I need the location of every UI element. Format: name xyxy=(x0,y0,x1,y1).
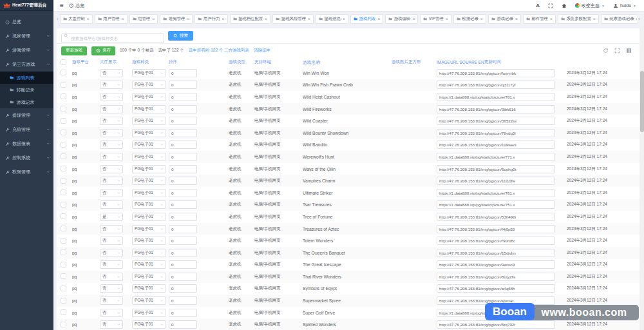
refresh-icon[interactable] xyxy=(603,48,609,53)
image-url-input[interactable]: https://1.data888.vip/pg/static/picture/… xyxy=(437,93,555,101)
sidebar-item-recharge-mgmt[interactable]: 充值管理 xyxy=(0,122,53,137)
game-category-select[interactable]: PG电子01 xyxy=(132,309,166,317)
lobby-display-select[interactable]: 否 xyxy=(100,200,123,209)
game-category-select[interactable]: PG电子01 xyxy=(132,129,166,137)
game-category-select[interactable]: PG电子01 xyxy=(132,177,166,185)
tab-close-icon[interactable]: × xyxy=(87,17,90,21)
lobby-display-select[interactable]: 否 xyxy=(100,309,123,317)
game-category-select[interactable]: PG电子01 xyxy=(132,141,166,149)
sidebar-item-overview[interactable]: 总览 xyxy=(0,15,53,29)
vertical-scrollbar[interactable] xyxy=(640,28,644,330)
tab-game-records[interactable]: 游戏记录× xyxy=(488,14,521,24)
image-url-input[interactable]: http://47.76.208.153:81/img/pgicon/9wmc0… xyxy=(437,260,555,269)
row-checkbox[interactable] xyxy=(61,153,66,159)
game-category-select[interactable]: PG电子01 xyxy=(132,189,166,197)
tab-close-icon[interactable]: × xyxy=(152,17,155,21)
lobby-display-select[interactable]: 否 xyxy=(100,249,123,257)
sort-input[interactable]: 0 xyxy=(169,225,197,233)
game-category-select[interactable]: PG电子01 xyxy=(132,296,166,305)
row-checkbox[interactable] xyxy=(61,226,66,231)
image-url-input[interactable]: http://47.76.208.153:81/img/pgicon/3ibk6… xyxy=(437,105,555,113)
column-header-image-url[interactable]: IMAGEURL SQUARE EN xyxy=(437,60,484,64)
sort-input[interactable]: 0 xyxy=(169,320,197,329)
game-category-select[interactable]: PG电子01 xyxy=(132,273,166,281)
sort-input[interactable]: 0 xyxy=(169,105,197,113)
row-checkbox[interactable] xyxy=(61,202,66,208)
image-url-input[interactable]: http://47.76.208.153:81/img/pgicon/1x9we… xyxy=(437,141,555,149)
tab-close-icon[interactable]: × xyxy=(480,17,483,21)
sidebar-item-control-system[interactable]: 控制系统 xyxy=(0,151,53,165)
tab-close-icon[interactable]: × xyxy=(550,17,553,21)
sort-input[interactable]: 0 xyxy=(169,260,197,269)
row-checkbox[interactable] xyxy=(61,82,66,88)
tab-close-icon[interactable]: × xyxy=(412,17,415,21)
save-button[interactable]: 保存 xyxy=(91,46,115,55)
tab-close-icon[interactable]: × xyxy=(377,17,380,21)
sort-input[interactable]: 0 xyxy=(169,141,197,149)
sort-input[interactable]: 0 xyxy=(169,296,197,305)
row-checkbox[interactable] xyxy=(61,322,66,327)
tab-vip-mgmt[interactable]: VIP管理× xyxy=(420,14,451,24)
game-category-select[interactable]: PG电子01 xyxy=(132,153,166,161)
tab-group-mgmt[interactable]: 组管理× xyxy=(129,14,158,24)
fullscreen-icon[interactable] xyxy=(548,3,553,8)
tab-withdraw-tier-config[interactable]: 提现档位配置× xyxy=(230,14,271,24)
lobby-display-select[interactable]: 否 xyxy=(100,225,123,233)
column-header-name[interactable]: 游戏名称 xyxy=(303,59,392,66)
column-header-sort[interactable]: 排序 xyxy=(169,59,229,65)
tab-dashboard-control[interactable]: 大盘控制× xyxy=(60,14,93,24)
sort-input[interactable]: 0 xyxy=(169,200,197,209)
game-category-select[interactable]: PG电子01 xyxy=(132,260,166,269)
sidebar-item-game-list[interactable]: 游戏列表 xyxy=(0,72,53,84)
tab-check-records[interactable]: 检测记录× xyxy=(453,14,486,24)
column-header-updated[interactable]: 更新时间 xyxy=(484,59,639,65)
row-checkbox[interactable] xyxy=(61,213,66,219)
lobby-display-select[interactable]: 否 xyxy=(100,177,123,185)
sort-input[interactable]: 0 xyxy=(169,237,197,245)
sidebar-item-data-reports[interactable]: 数据报表 xyxy=(0,137,53,151)
lobby-display-select[interactable]: 否 xyxy=(100,153,123,161)
game-category-select[interactable]: PG电子01 xyxy=(132,200,166,209)
search-button[interactable]: 搜索 xyxy=(168,31,193,41)
image-url-input[interactable]: https://1.data888.vip/pg/static/picture/… xyxy=(437,189,555,197)
language-button[interactable]: A xyxy=(536,3,540,8)
column-header-lobby[interactable]: 大厅显示 xyxy=(100,59,132,65)
sort-input[interactable]: 0 xyxy=(169,117,197,125)
row-checkbox[interactable] xyxy=(61,70,66,75)
lobby-display-select[interactable]: 否 xyxy=(100,117,123,125)
sidebar-item-permission-mgmt[interactable]: 权限管理 xyxy=(0,165,53,179)
tab-withdraw-info[interactable]: 提现信息× xyxy=(316,14,348,24)
scrollbar-thumb[interactable] xyxy=(640,71,644,132)
lobby-display-select[interactable]: 否 xyxy=(100,260,123,269)
sort-input[interactable]: 0 xyxy=(169,273,197,281)
sidebar-item-game-mgmt[interactable]: 游戏管理 xyxy=(0,43,53,57)
row-checkbox[interactable] xyxy=(61,249,66,255)
lobby-display-select[interactable]: 否 xyxy=(100,237,123,245)
tab-close-icon[interactable]: × xyxy=(343,17,345,21)
tabs-scroll-right-icon[interactable]: › xyxy=(637,16,641,22)
sort-input[interactable]: 0 xyxy=(169,309,197,317)
lobby-display-select[interactable]: 是 xyxy=(100,213,123,221)
column-header-image[interactable]: 游戏图片正方形 xyxy=(392,59,437,65)
row-checkbox[interactable] xyxy=(61,286,66,291)
game-category-select[interactable]: PG电子01 xyxy=(132,93,166,101)
theme-switcher[interactable]: 改变主题 ▼ xyxy=(575,3,605,9)
sort-input[interactable]: 0 xyxy=(169,284,197,293)
tab-user-mgmt[interactable]: 用户管理× xyxy=(95,14,128,24)
update-games-button[interactable]: 更新游戏 xyxy=(61,46,87,55)
sort-input[interactable]: 0 xyxy=(169,129,197,137)
game-category-select[interactable]: PG电子01 xyxy=(132,237,166,245)
game-category-select[interactable]: PG电子01 xyxy=(132,117,166,125)
row-checkbox[interactable] xyxy=(61,106,66,112)
row-checkbox[interactable] xyxy=(61,273,66,279)
select-all-checkbox[interactable] xyxy=(61,59,66,65)
row-checkbox[interactable] xyxy=(61,238,66,244)
image-url-input[interactable]: http://47.76.208.153:81/img/pgicon/36522… xyxy=(437,117,555,125)
game-category-select[interactable]: PG电子01 xyxy=(132,320,166,329)
game-category-select[interactable]: PG电子01 xyxy=(132,165,166,173)
game-category-select[interactable]: PG电子01 xyxy=(132,225,166,233)
sort-input[interactable]: 0 xyxy=(169,81,197,89)
image-url-input[interactable]: http://47.76.208.153:81/img/pgicon/6uphg… xyxy=(437,165,555,173)
image-url-input[interactable]: http://47.76.208.153:81/img/pgicon/78vdg… xyxy=(437,129,555,137)
tab-withdraw-risk-mgmt[interactable]: 提现风险管理× xyxy=(272,14,314,24)
